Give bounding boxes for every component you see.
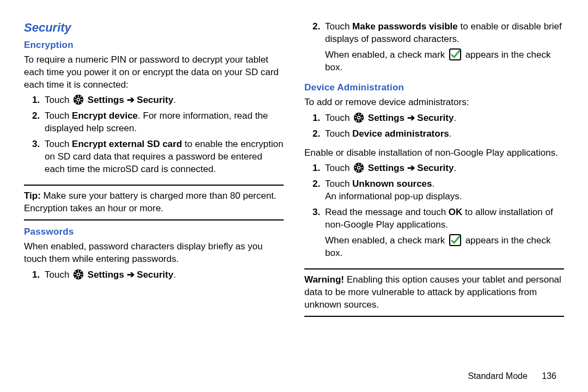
encryption-steps: Touch Settings ➔ Security. Touch Encrypt…: [24, 94, 284, 179]
unknown-sources-step-1: Touch Settings ➔ Security.: [323, 162, 564, 175]
gear-icon: [73, 94, 84, 105]
footer-mode: Standard Mode: [468, 371, 527, 381]
unknown-sources-info: An informational pop-up displays.: [325, 191, 564, 203]
unknown-sources-step-2: Touch Unknown sources. An informational …: [323, 178, 564, 203]
heading-device-admin: Device Administration: [304, 82, 564, 94]
device-admin-intro: To add or remove device administrators:: [304, 96, 564, 109]
left-column: Security Encryption To require a numeric…: [24, 20, 284, 385]
non-google-play-intro: Enable or disable installation of non-Go…: [304, 147, 564, 160]
footer-page-number: 136: [542, 371, 556, 381]
divider: [304, 268, 564, 270]
right-column: Touch Make passwords visible to enable o…: [304, 20, 564, 385]
device-admin-steps: Touch Settings ➔ Security. Touch Device …: [304, 112, 564, 144]
heading-encryption: Encryption: [24, 39, 284, 52]
encryption-step-3: Touch Encrypt external SD card to enable…: [42, 138, 284, 176]
divider: [24, 219, 284, 220]
device-admin-step-1: Touch Settings ➔ Security.: [323, 112, 564, 125]
device-admin-step-2: Touch Device administrators.: [323, 128, 564, 140]
checkmark-icon: [449, 234, 462, 247]
gear-icon: [73, 269, 84, 280]
passwords-step-1: Touch Settings ➔ Security.: [42, 269, 284, 281]
checkmark-icon: [449, 48, 462, 61]
encryption-tip: Tip: Make sure your battery is charged m…: [24, 190, 284, 215]
divider: [304, 316, 564, 317]
unknown-sources-steps: Touch Settings ➔ Security. Touch Unknown…: [304, 162, 564, 263]
passwords-steps-right: Touch Make passwords visible to enable o…: [304, 21, 564, 77]
divider: [24, 185, 284, 186]
encryption-step-1: Touch Settings ➔ Security.: [42, 94, 284, 107]
page-footer: Standard Mode 136: [468, 370, 556, 382]
gear-icon: [353, 112, 364, 123]
section-title: Security: [24, 20, 284, 36]
unknown-sources-step-3: Read the message and touch OK to allow i…: [323, 206, 564, 260]
passwords-steps-left: Touch Settings ➔ Security.: [24, 269, 284, 285]
passwords-step-2: Touch Make passwords visible to enable o…: [323, 21, 564, 74]
encryption-step-2: Touch Encrypt device. For more informati…: [42, 110, 284, 135]
heading-passwords: Passwords: [24, 226, 284, 238]
gear-icon: [353, 162, 364, 173]
passwords-intro: When enabled, password characters displa…: [24, 241, 284, 266]
encryption-intro: To require a numeric PIN or password to …: [24, 54, 284, 91]
warning-note: Warning! Enabling this option causes you…: [304, 274, 564, 311]
